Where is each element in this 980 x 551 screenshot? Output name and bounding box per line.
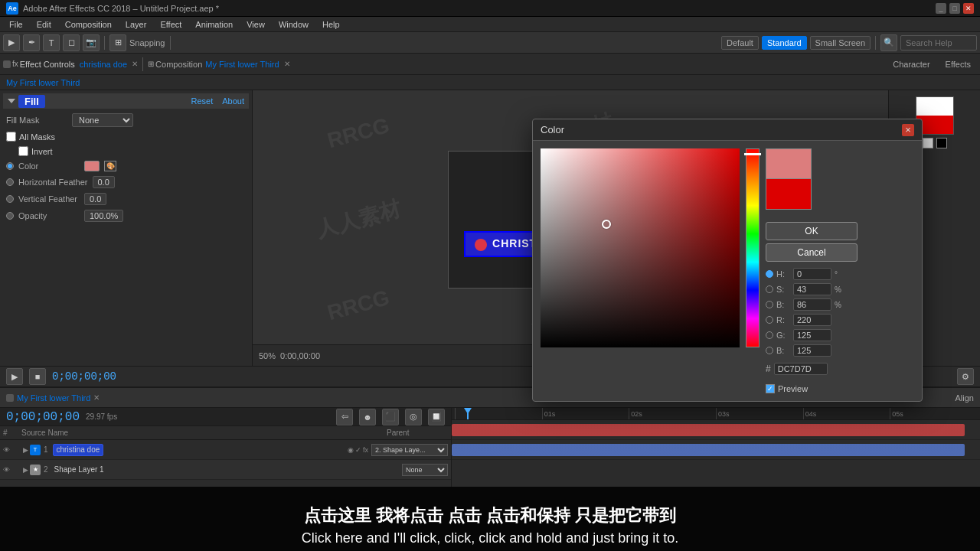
color-radio[interactable] — [6, 162, 14, 170]
tool-shape[interactable]: ◻ — [63, 34, 80, 51]
render-button[interactable]: ⚙ — [957, 368, 974, 385]
play-button[interactable]: ▶ — [6, 368, 23, 385]
g-value[interactable] — [793, 329, 831, 341]
menu-view[interactable]: View — [240, 18, 271, 31]
effects-tab[interactable]: Effects — [939, 60, 977, 69]
menu-edit[interactable]: Edit — [31, 18, 57, 31]
all-masks-checkbox[interactable] — [6, 132, 16, 142]
tool-select[interactable]: ▶ — [3, 34, 20, 51]
workspace-small[interactable]: Small Screen — [810, 36, 871, 50]
timeline-playhead[interactable] — [467, 408, 469, 419]
watermark-cell: RRCG — [253, 90, 472, 203]
timeline-tool-5[interactable]: 🔲 — [428, 409, 445, 425]
menu-file[interactable]: File — [3, 18, 29, 31]
workspace-default[interactable]: Default — [721, 36, 759, 50]
layer-2-name[interactable]: Shape Layer 1 — [54, 465, 104, 474]
search-help-input[interactable] — [900, 35, 977, 51]
tool-snapping[interactable]: ⊞ — [109, 34, 126, 51]
b-value[interactable] — [793, 298, 831, 311]
r-value[interactable] — [793, 314, 831, 326]
opacity-radio[interactable] — [6, 212, 14, 220]
timeline-tool-4[interactable]: ◎ — [405, 409, 422, 425]
color-label: Color — [18, 161, 80, 171]
color-chip-1[interactable] — [923, 138, 933, 148]
color-preview-area — [766, 148, 858, 210]
b-radio[interactable] — [766, 301, 773, 308]
color-gradient-picker[interactable] — [541, 148, 740, 347]
tool-pen[interactable]: ✒ — [23, 34, 40, 51]
timeline-tool-3[interactable]: ⬛ — [382, 409, 399, 425]
effect-controls-tab-group: fx Effect Controls christina doe ✕ — [3, 60, 138, 69]
breadcrumb-link[interactable]: My First lower Third — [6, 78, 80, 87]
comp-tab-close[interactable]: ✕ — [284, 60, 290, 68]
track-bar-1[interactable] — [452, 424, 965, 436]
invert-checkbox[interactable] — [18, 146, 28, 156]
h-radio[interactable] — [766, 270, 773, 278]
zoom-level[interactable]: 50% — [259, 351, 276, 360]
tool-text[interactable]: T — [43, 34, 60, 51]
effect-controls-close[interactable]: ✕ — [132, 60, 138, 68]
layer-2-eye[interactable]: 👁 — [3, 466, 10, 474]
reset-button[interactable]: Reset — [191, 96, 214, 106]
h-feather-value[interactable]: 0.0 — [93, 176, 115, 188]
watermark-cell: 人人素材 — [253, 151, 472, 289]
tool-camera[interactable]: 📷 — [83, 34, 100, 51]
layer-1-sw2[interactable]: ✓ — [355, 446, 361, 454]
layer-1-eye[interactable]: 👁 — [3, 446, 10, 454]
search-button[interactable]: 🔍 — [880, 34, 897, 51]
s-radio[interactable] — [766, 285, 773, 293]
invert-row: Invert — [15, 145, 249, 158]
stop-button[interactable]: ■ — [29, 368, 46, 385]
color-swatch[interactable] — [84, 161, 100, 171]
opacity-value[interactable]: 100.0% — [84, 210, 123, 222]
hue-slider[interactable] — [746, 148, 760, 347]
v-feather-value[interactable]: 0.0 — [84, 193, 106, 205]
color-dialog-close-button[interactable]: × — [902, 124, 914, 136]
col-source-name: Source Name — [21, 429, 384, 437]
preview-checkbox[interactable]: ✓ — [766, 384, 775, 393]
layer-2-expand[interactable]: ▶ — [23, 466, 28, 474]
h-feather-radio[interactable] — [6, 178, 14, 186]
s-value[interactable] — [793, 283, 831, 295]
timeline-tracks: 01s 02s 03s 04s 05s — [452, 408, 980, 487]
hex-input[interactable] — [774, 363, 828, 375]
character-tab[interactable]: Character — [887, 60, 936, 69]
timeline-tool-1[interactable]: ⇦ — [336, 409, 353, 425]
layer-1-sw3[interactable]: fx — [363, 446, 368, 454]
timeline-tab-label[interactable]: My First lower Third — [17, 393, 90, 403]
about-button[interactable]: About — [222, 96, 244, 106]
timecode-display: 0;00;00;00 — [52, 370, 116, 383]
r-radio[interactable] — [766, 316, 773, 324]
minimize-button[interactable]: _ — [936, 3, 946, 14]
g-radio[interactable] — [766, 331, 773, 339]
comp-tab-name[interactable]: My First lower Third — [205, 60, 279, 69]
v-feather-radio[interactable] — [6, 195, 14, 203]
color-chip-2[interactable] — [936, 138, 947, 148]
layer-1-expand[interactable]: ▶ — [23, 446, 28, 454]
layer-1-sw1[interactable]: ◉ — [348, 446, 354, 454]
h-value[interactable] — [793, 268, 831, 280]
menu-help[interactable]: Help — [316, 18, 346, 31]
b2-radio[interactable] — [766, 347, 773, 354]
b2-value[interactable] — [793, 344, 831, 357]
menu-effect[interactable]: Effect — [154, 18, 188, 31]
eyedropper-icon[interactable]: 🎨 — [104, 161, 116, 171]
menu-window[interactable]: Window — [273, 18, 315, 31]
menu-animation[interactable]: Animation — [189, 18, 239, 31]
close-button[interactable]: ✕ — [963, 3, 974, 14]
maximize-button[interactable]: □ — [949, 3, 960, 14]
menu-layer[interactable]: Layer — [119, 18, 153, 31]
timeline-tool-2[interactable]: ☻ — [359, 409, 376, 425]
color-preview-new — [766, 148, 812, 179]
cancel-button[interactable]: Cancel — [766, 243, 858, 262]
ok-button[interactable]: OK — [766, 222, 858, 240]
layer-2-parent[interactable]: None — [402, 464, 448, 476]
timeline-content: 0;00;00;00 29.97 fps ⇦ ☻ ⬛ ◎ 🔲 # Source … — [0, 408, 980, 487]
fill-mask-select[interactable]: None — [72, 113, 133, 127]
menu-composition[interactable]: Composition — [59, 18, 118, 31]
layer-1-parent[interactable]: 2. Shape Laye... — [371, 444, 448, 456]
timeline-tab-close[interactable]: ✕ — [93, 393, 100, 402]
track-bar-2[interactable] — [452, 444, 965, 456]
layer-1-name[interactable]: christina doe — [57, 445, 100, 454]
workspace-standard[interactable]: Standard — [762, 36, 807, 50]
